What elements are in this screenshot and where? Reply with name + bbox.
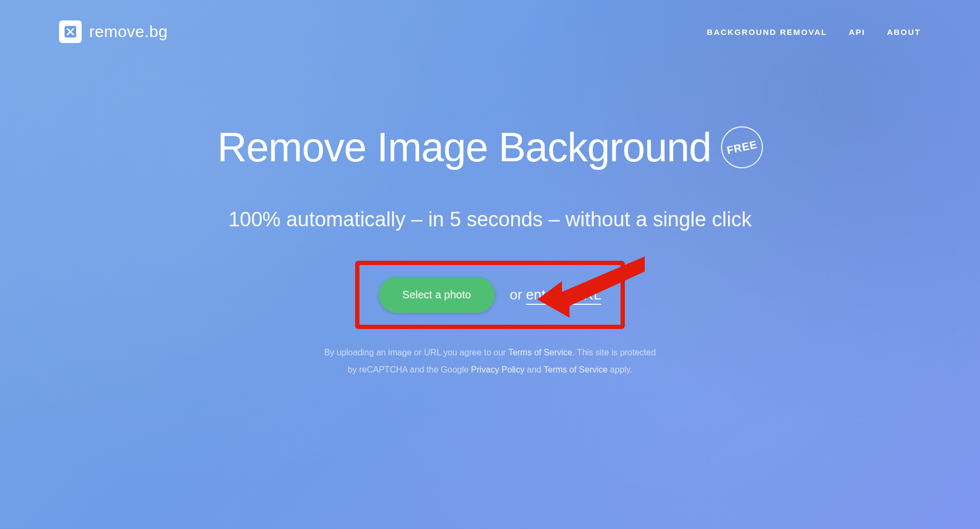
logo-icon	[59, 20, 82, 43]
nav-api[interactable]: API	[849, 27, 866, 37]
logo-text: remove.bg	[89, 23, 168, 41]
action-area: Select a photo or enter a URL	[0, 261, 980, 329]
or-enter-wrap: or enter a URL	[510, 287, 602, 303]
header: remove.bg BACKGROUND REMOVAL API ABOUT	[0, 0, 980, 43]
or-label: or	[510, 287, 526, 303]
nav-about[interactable]: ABOUT	[887, 27, 921, 37]
tos-link-1[interactable]: Terms of Service	[508, 348, 572, 357]
enter-url-link[interactable]: enter a URL	[526, 287, 601, 305]
nav-background-removal[interactable]: BACKGROUND REMOVAL	[707, 27, 827, 37]
free-badge: FREE	[717, 122, 767, 172]
hero: Remove Image Background FREE 100% automa…	[0, 124, 980, 378]
subtitle: 100% automatically – in 5 seconds – with…	[0, 208, 980, 231]
annotation-highlight-box: Select a photo or enter a URL	[355, 261, 625, 329]
logo[interactable]: remove.bg	[59, 20, 168, 43]
privacy-link[interactable]: Privacy Policy	[471, 365, 525, 374]
legal-text-2c: apply.	[608, 365, 632, 374]
select-photo-button[interactable]: Select a photo	[379, 277, 495, 313]
legal-text-2b: and	[524, 365, 544, 374]
legal-text-2a: by reCAPTCHA and the Google	[348, 365, 471, 374]
legal-text-1b: . This site is protected	[572, 348, 655, 357]
legal-text: By uploading an image or URL you agree t…	[0, 344, 980, 378]
legal-text-1a: By uploading an image or URL you agree t…	[324, 348, 508, 357]
title-row: Remove Image Background FREE	[0, 124, 980, 170]
page-title: Remove Image Background	[217, 124, 711, 170]
main-nav: BACKGROUND REMOVAL API ABOUT	[707, 27, 921, 37]
tos-link-2[interactable]: Terms of Service	[544, 365, 608, 374]
